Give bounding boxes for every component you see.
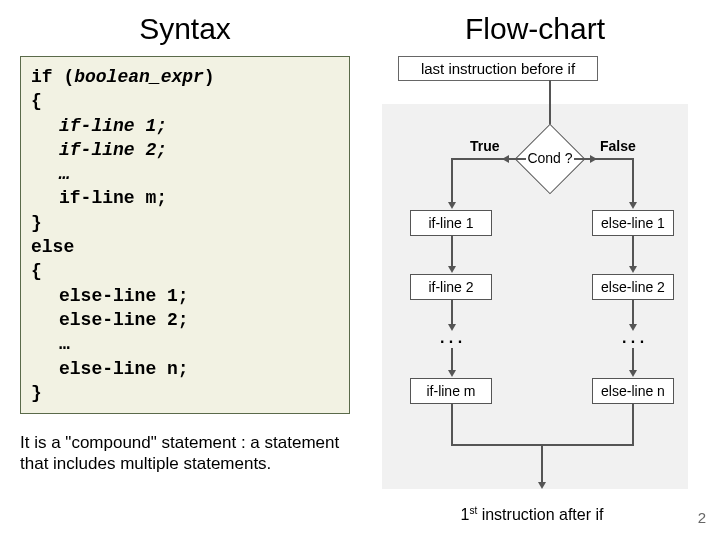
code-l9: { xyxy=(31,259,339,283)
code-l4: if-line 2; xyxy=(31,138,339,162)
syntax-heading: Syntax xyxy=(20,12,350,46)
code-l8: else xyxy=(31,235,339,259)
code-l2: { xyxy=(31,89,339,113)
arrow-down-icon xyxy=(629,370,637,377)
condition-diamond: Cond ? xyxy=(525,134,575,184)
code-l1c: ) xyxy=(204,67,215,87)
condition-label: Cond ? xyxy=(525,134,575,184)
if-line-2-box: if-line 2 xyxy=(410,274,492,300)
arrow-line xyxy=(451,404,453,444)
arrow-line xyxy=(632,158,634,204)
code-l5: … xyxy=(31,162,339,186)
code-l6: if-line m; xyxy=(31,186,339,210)
page-number: 2 xyxy=(698,509,706,526)
else-line-2-box: else-line 2 xyxy=(592,274,674,300)
false-label: False xyxy=(600,138,636,154)
arrow-line xyxy=(452,158,526,160)
flowchart-before-box: last instruction before if xyxy=(398,56,598,81)
code-l7: } xyxy=(31,211,339,235)
code-l11: else-line 2; xyxy=(31,308,339,332)
arrow-line xyxy=(632,348,634,372)
arrow-line xyxy=(451,348,453,372)
arrow-down-icon xyxy=(629,266,637,273)
arrow-line xyxy=(451,300,453,326)
code-l10: else-line 1; xyxy=(31,284,339,308)
true-label: True xyxy=(470,138,500,154)
compound-note: It is a "compound" statement : a stateme… xyxy=(20,432,350,475)
arrow-line xyxy=(632,300,634,326)
code-l14: } xyxy=(31,381,339,405)
arrow-down-icon xyxy=(448,202,456,209)
arrow-down-icon xyxy=(448,370,456,377)
arrow-down-icon xyxy=(629,202,637,209)
arrow-right-icon xyxy=(590,155,597,163)
if-line-m-box: if-line m xyxy=(410,378,492,404)
arrow-line xyxy=(541,444,543,484)
arrow-line xyxy=(632,404,634,444)
arrow-line xyxy=(632,236,634,268)
arrow-left-icon xyxy=(502,155,509,163)
code-l13: else-line n; xyxy=(31,357,339,381)
else-line-1-box: else-line 1 xyxy=(592,210,674,236)
code-l3: if-line 1; xyxy=(31,114,339,138)
syntax-code-box: if (boolean_expr) { if-line 1; if-line 2… xyxy=(20,56,350,414)
arrow-line xyxy=(451,236,453,268)
if-dots: . . . xyxy=(410,329,492,347)
code-l1b: boolean_expr xyxy=(74,67,204,87)
arrow-line xyxy=(451,158,453,204)
flowchart-after-text: 1st instruction after if xyxy=(432,505,632,524)
arrow-down-icon xyxy=(448,266,456,273)
else-dots: . . . xyxy=(592,329,674,347)
code-l12: … xyxy=(31,332,339,356)
code-l1a: if ( xyxy=(31,67,74,87)
flowchart-heading: Flow-chart xyxy=(370,12,700,46)
arrow-down-icon xyxy=(538,482,546,489)
arrow-line xyxy=(574,158,634,160)
flowchart-container: Cond ? True False if-line 1 else-line 1 … xyxy=(382,104,688,489)
else-line-n-box: else-line n xyxy=(592,378,674,404)
if-line-1-box: if-line 1 xyxy=(410,210,492,236)
